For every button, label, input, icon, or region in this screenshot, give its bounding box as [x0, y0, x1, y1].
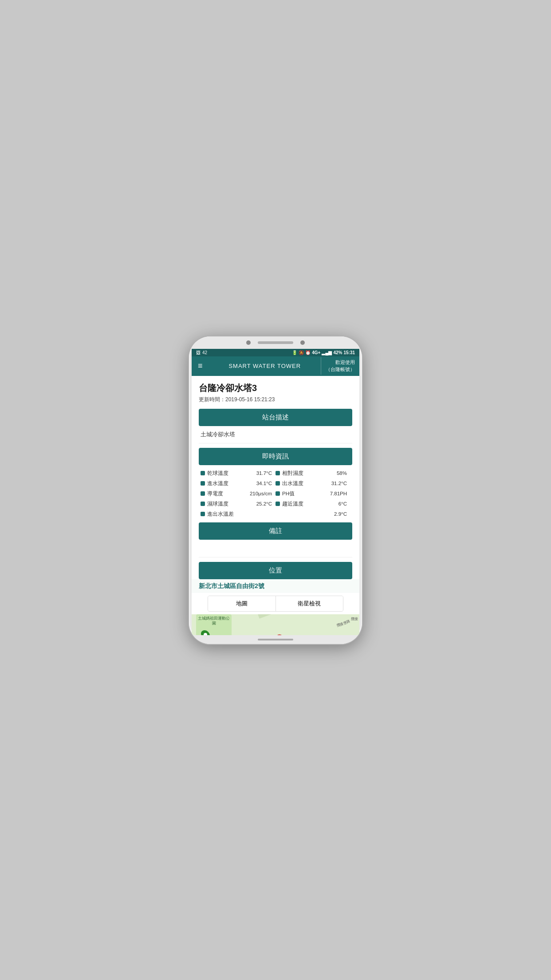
conductivity-dot: [201, 491, 205, 496]
map-view: 攬接堡路 土城媽祖田運動公園: [192, 614, 359, 635]
location-address: 新北市土城區自由街2號: [199, 582, 264, 589]
road-label-2: 攬接: [351, 616, 358, 621]
water-diff-label: 進出水溫差: [207, 511, 332, 518]
main-scroll-content[interactable]: 台隆冷卻水塔3 更新時間：2019-05-16 15:21:23 站台描述 土城…: [192, 376, 359, 635]
ph-dot: [276, 491, 280, 496]
inlet-temp-value: 34.1°C: [256, 481, 276, 486]
outlet-temp-label: 出水溫度: [282, 480, 329, 487]
outlet-temp-value: 31.2°C: [331, 481, 350, 486]
outlet-temp-item: 出水溫度 31.2°C: [276, 479, 350, 488]
app-title: SMART WATER TOWER: [209, 363, 321, 369]
ph-label: PH值: [282, 490, 328, 497]
realtime-section-header: 即時資訊: [199, 448, 352, 465]
phone-screen: 🖼 42 🔋 🔕 ⏰ 4G+ ▂▄▆ 42% 15:31 ≡ SMART WAT…: [192, 349, 359, 635]
wet-bulb-item: 濕球溫度 25.2°C: [201, 499, 276, 509]
status-bar: 🖼 42 🔋 🔕 ⏰ 4G+ ▂▄▆ 42% 15:31: [192, 349, 359, 356]
water-diff-dot: [201, 512, 205, 516]
status-right: 🔋 🔕 ⏰ 4G+ ▂▄▆ 42% 15:31: [292, 350, 355, 355]
time-display: 15:31: [343, 350, 355, 355]
inlet-temp-dot: [201, 481, 205, 486]
welcome-text: 歡迎使用 （台隆帳號）: [321, 357, 359, 375]
location-section-header: 位置: [199, 562, 352, 579]
station-description: 土城冷卻水塔: [199, 426, 352, 443]
home-indicator: [258, 639, 293, 640]
menu-button[interactable]: ≡: [192, 356, 209, 376]
signal-bars: ▂▄▆: [322, 350, 332, 355]
inlet-temp-item: 進水溫度 34.1°C: [201, 479, 276, 488]
relative-humidity-value: 58%: [337, 470, 350, 476]
approach-temp-label: 趨近溫度: [282, 501, 336, 507]
dry-bulb-label: 乾球溫度: [207, 470, 254, 477]
ph-value: 7.81PH: [330, 491, 350, 496]
ph-item: PH值 7.81PH: [276, 489, 350, 498]
conductivity-label: 導電度: [207, 490, 248, 497]
water-diff-item: 進出水溫差 2.9°C: [201, 510, 350, 519]
water-diff-value: 2.9°C: [334, 511, 350, 517]
app-header: ≡ SMART WATER TOWER 歡迎使用 （台隆帳號）: [192, 356, 359, 376]
park-label: 土城媽祖田運動公園: [196, 614, 232, 626]
tower-title: 台隆冷卻水塔3: [199, 382, 352, 394]
outlet-temp-dot: [276, 481, 280, 486]
status-left: 🖼 42: [196, 350, 207, 355]
note-section-header: 備註: [199, 522, 352, 540]
realtime-data-grid: 乾球溫度 31.7°C 相對濕度 58% 進水溫度 34.1°C: [199, 465, 352, 522]
dry-bulb-value: 31.7°C: [256, 470, 276, 476]
speaker: [258, 341, 293, 344]
relative-humidity-item: 相對濕度 58%: [276, 469, 350, 478]
phone-top-bar: [189, 336, 362, 349]
battery-percent: 42%: [333, 350, 342, 355]
park-marker: [201, 630, 209, 635]
station-section-header: 站台描述: [199, 409, 352, 426]
map-tab-satellite[interactable]: 衛星檢視: [276, 596, 343, 611]
conductivity-value: 210μs/cm: [250, 491, 276, 496]
wet-bulb-dot: [201, 502, 205, 506]
wet-bulb-label: 濕球溫度: [207, 501, 254, 507]
approach-temp-item: 趨近溫度 6°C: [276, 499, 350, 509]
network-label: 4G+: [312, 350, 320, 355]
phone-bottom-bar: [189, 635, 362, 644]
dry-bulb-dot: [201, 471, 205, 475]
dry-bulb-item: 乾球溫度 31.7°C: [201, 469, 276, 478]
map-tab-map[interactable]: 地圖: [208, 596, 276, 611]
map-tabs: 地圖 衛星檢視: [208, 596, 343, 612]
front-camera: [246, 340, 251, 345]
relative-humidity-label: 相對濕度: [282, 470, 335, 477]
approach-temp-dot: [276, 502, 280, 506]
main-content: 台隆冷卻水塔3 更新時間：2019-05-16 15:21:23 站台描述 土城…: [192, 376, 359, 579]
update-time: 更新時間：2019-05-16 15:21:23: [199, 396, 352, 403]
notification-count: 42: [202, 350, 207, 355]
alarm-icon: ⏰: [305, 350, 311, 355]
wet-bulb-value: 25.2°C: [256, 501, 276, 506]
approach-temp-value: 6°C: [338, 501, 350, 506]
map-container: 新北市土城區自由街2號 地圖 衛星檢視: [192, 579, 359, 635]
inlet-temp-label: 進水溫度: [207, 480, 254, 487]
battery-icon: 🔋: [292, 350, 297, 355]
relative-humidity-dot: [276, 471, 280, 475]
mute-icon: 🔕: [299, 350, 304, 355]
conductivity-item: 導電度 210μs/cm: [201, 489, 276, 498]
photo-icon: 🖼: [196, 350, 201, 355]
phone-frame: 🖼 42 🔋 🔕 ⏰ 4G+ ▂▄▆ 42% 15:31 ≡ SMART WAT…: [189, 336, 362, 644]
sensor: [300, 340, 305, 345]
